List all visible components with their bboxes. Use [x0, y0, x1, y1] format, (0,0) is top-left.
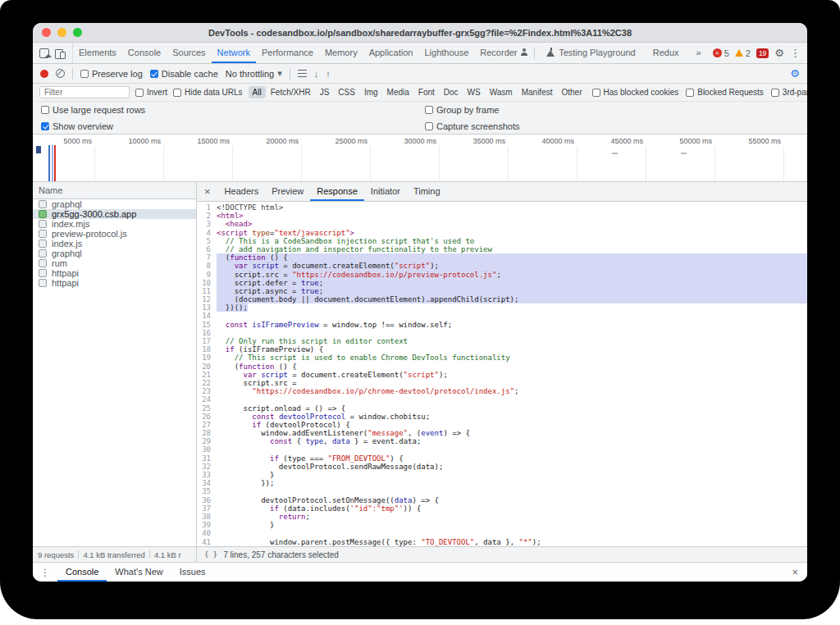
checkbox-box — [686, 89, 694, 97]
device-toolbar-icon[interactable] — [55, 48, 66, 58]
close-drawer-icon[interactable]: × — [783, 563, 807, 582]
disable-cache-checkbox[interactable]: Disable cache — [150, 69, 218, 79]
tab-sources[interactable]: Sources — [167, 43, 211, 63]
request-row[interactable]: index.js — [33, 239, 196, 249]
tab-redux[interactable]: Redux — [647, 48, 685, 59]
tab-testing-playground[interactable]: Testing Playground — [541, 48, 641, 59]
preserve-log-checkbox[interactable]: Preserve log — [80, 69, 143, 79]
tab-console[interactable]: Console — [122, 43, 167, 63]
filter-chip-js[interactable]: JS — [316, 86, 334, 98]
filter-chip-css[interactable]: CSS — [334, 86, 359, 98]
dom-content-loaded-marker — [48, 145, 50, 181]
error-badge[interactable]: 5 — [713, 48, 729, 58]
zoom-window-button[interactable] — [73, 28, 82, 37]
code-line: 13 })(); — [197, 303, 807, 312]
minimize-window-button[interactable] — [57, 28, 66, 37]
detail-tab-preview[interactable]: Preview — [265, 182, 310, 201]
line-number: 16 — [197, 329, 217, 337]
tab-elements[interactable]: Elements — [73, 43, 122, 63]
detail-tab-initiator[interactable]: Initiator — [364, 182, 407, 201]
third-party-requests-checkbox[interactable]: 3rd-party requests — [771, 88, 807, 97]
filter-chip-doc[interactable]: Doc — [440, 86, 463, 98]
has-blocked-cookies-checkbox[interactable]: Has blocked cookies — [592, 88, 679, 97]
token: ) => { — [412, 496, 439, 504]
request-row[interactable]: rum — [33, 258, 196, 268]
record-button[interactable] — [40, 70, 48, 78]
kebab-menu-icon[interactable]: ⋮ — [790, 48, 801, 58]
request-row[interactable]: graphql — [33, 199, 196, 209]
request-row[interactable]: httpapi — [33, 268, 196, 278]
tab-lighthouse[interactable]: Lighthouse — [418, 43, 474, 63]
line-content: "https://codesandbox.io/p/chrome-devtool… — [217, 387, 807, 395]
line-number: 19 — [197, 354, 217, 362]
filter-chip-media[interactable]: Media — [383, 86, 413, 98]
show-overview-checkbox[interactable]: Show overview — [41, 121, 113, 131]
drawer-tab-what-s-new[interactable]: What's New — [107, 563, 171, 582]
network-conditions-icon[interactable] — [298, 70, 307, 77]
request-row[interactable]: httpapi — [33, 278, 196, 288]
detail-tab-timing[interactable]: Timing — [407, 182, 447, 201]
filter-chip-all[interactable]: All — [249, 86, 266, 98]
close-detail-icon[interactable]: × — [197, 182, 218, 201]
tab-network[interactable]: Network — [212, 43, 256, 63]
inspect-element-icon[interactable] — [39, 48, 49, 58]
tab-performance[interactable]: Performance — [256, 43, 319, 63]
line-number: 2 — [197, 212, 217, 220]
drawer-tab-console[interactable]: Console — [57, 563, 107, 582]
line-content: <script type="text/javascript"> — [217, 229, 807, 237]
network-overview-timeline[interactable]: 5000 ms10000 ms15000 ms20000 ms25000 ms3… — [33, 135, 807, 182]
format-braces-icon[interactable]: { } — [204, 550, 217, 559]
filter-chip-manifest[interactable]: Manifest — [518, 86, 557, 98]
more-tabs-button[interactable]: » — [691, 48, 707, 59]
timeline-tick: 15000 ms — [164, 135, 233, 181]
blocked-requests-checkbox[interactable]: Blocked Requests — [686, 88, 764, 97]
export-har-icon[interactable]: ↑ — [326, 69, 331, 79]
detail-tab-response[interactable]: Response — [310, 182, 364, 201]
filter-chip-other[interactable]: Other — [557, 86, 586, 98]
filter-chips: AllFetch/XHRJSCSSImgMediaFontDocWSWasmMa… — [249, 86, 587, 98]
request-table-header[interactable]: Name — [33, 182, 196, 199]
group-by-frame-checkbox[interactable]: Group by frame — [425, 105, 499, 115]
issues-badge[interactable]: 19 — [756, 48, 769, 58]
detail-tab-headers[interactable]: Headers — [218, 182, 266, 201]
import-har-icon[interactable]: ↓ — [314, 69, 319, 79]
request-row[interactable]: index.mjs — [33, 219, 196, 229]
panel-toggle-icons — [33, 43, 73, 63]
warning-count: 2 — [746, 48, 751, 58]
filter-chip-wasm[interactable]: Wasm — [486, 86, 517, 98]
filter-chip-fetch-xhr[interactable]: Fetch/XHR — [267, 86, 315, 98]
code-viewer[interactable]: 1<!DOCTYPE html>2<html>3 <head>4<script … — [197, 202, 807, 546]
tab-memory[interactable]: Memory — [319, 43, 363, 63]
tab-recorder[interactable]: Recorder — [474, 43, 533, 63]
drawer-kebab-icon[interactable]: ⋮ — [33, 563, 57, 582]
filter-chip-font[interactable]: Font — [414, 86, 439, 98]
timeline-tick: 50000 ms — [646, 135, 715, 181]
code-line: 11 script.async = true; — [197, 287, 807, 295]
request-row[interactable]: graphql — [33, 249, 196, 258]
drawer-tab-issues[interactable]: Issues — [171, 563, 214, 582]
close-window-button[interactable] — [42, 28, 51, 37]
group-by-frame-label: Group by frame — [436, 105, 499, 115]
request-row[interactable]: grx5gg-3000.csb.app — [33, 209, 196, 219]
code-line: 1<!DOCTYPE html> — [197, 203, 807, 212]
warning-badge[interactable]: 2 — [735, 48, 751, 58]
settings-gear-icon[interactable]: ⚙ — [774, 48, 784, 58]
token — [217, 321, 226, 329]
token: return — [279, 513, 306, 521]
token: > — [350, 229, 354, 237]
token: type — [252, 229, 270, 237]
throttling-dropdown[interactable]: No throttling▾ — [226, 68, 282, 79]
filter-chip-img[interactable]: Img — [360, 86, 382, 98]
request-row[interactable]: preview-protocol.js — [33, 229, 196, 239]
token: event — [421, 429, 443, 437]
invert-checkbox[interactable]: Invert — [135, 88, 167, 97]
filter-chip-ws[interactable]: WS — [463, 86, 485, 98]
filter-input[interactable] — [39, 86, 130, 98]
clear-icon[interactable] — [56, 69, 65, 78]
tab-application[interactable]: Application — [363, 43, 419, 63]
hide-data-urls-checkbox[interactable]: Hide data URLs — [173, 88, 243, 97]
capture-screenshots-checkbox[interactable]: Capture screenshots — [425, 121, 520, 131]
use-large-rows-checkbox[interactable]: Use large request rows — [41, 105, 145, 115]
network-settings-gear-icon[interactable]: ⚙ — [790, 67, 800, 80]
hide-data-urls-label: Hide data URLs — [185, 88, 243, 97]
